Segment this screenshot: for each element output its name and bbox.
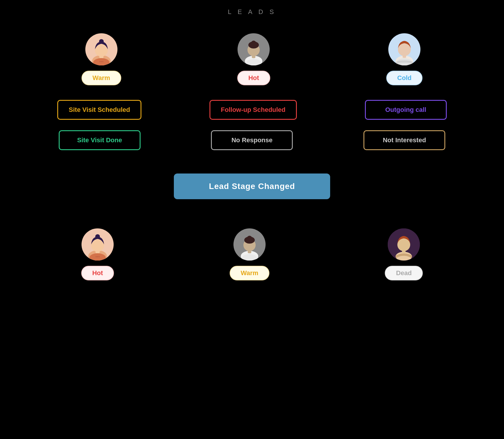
svg-point-7 — [102, 61, 103, 62]
svg-point-26 — [98, 256, 100, 257]
outgoing-call-box[interactable]: Outgoing call — [365, 100, 447, 120]
cold-avatar — [388, 33, 420, 65]
cold-label: Cold — [386, 71, 423, 85]
dead-avatar — [388, 228, 420, 261]
svg-point-25 — [97, 256, 98, 257]
dead-lead-group: Dead — [385, 228, 423, 280]
hot2-avatar — [82, 228, 114, 261]
not-interested-box[interactable]: Not Interested — [363, 130, 445, 150]
warm-label: Warm — [82, 71, 121, 85]
cold-lead-group: Cold — [386, 33, 423, 85]
warm2-lead-group: Warm — [230, 228, 269, 280]
page-title: L E A D S — [0, 0, 504, 16]
warm2-label: Warm — [230, 266, 269, 280]
warm-avatar — [85, 33, 117, 65]
follow-up-scheduled-box[interactable]: Follow-up Scheduled — [209, 100, 297, 120]
hot-lead-group: Hot — [237, 33, 270, 85]
svg-point-5 — [99, 61, 101, 62]
hot2-label: Hot — [81, 266, 114, 280]
warm-lead-group: Warm — [82, 33, 121, 85]
hot-avatar — [238, 33, 270, 65]
action-row-2: Site Visit Done No Response Not Interest… — [0, 120, 504, 150]
svg-point-22 — [95, 234, 100, 239]
svg-point-6 — [101, 61, 102, 62]
action-row-1: Site Visit Scheduled Follow-up Scheduled… — [0, 85, 504, 120]
lead-stage-changed-button[interactable]: Lead Stage Changed — [174, 173, 330, 199]
no-response-box[interactable]: No Response — [211, 130, 293, 150]
dead-label: Dead — [385, 266, 423, 280]
top-avatars-row: Warm Hot — [0, 16, 504, 85]
warm2-avatar — [233, 228, 266, 261]
site-visit-done-box[interactable]: Site Visit Done — [59, 130, 141, 150]
hot-label: Hot — [237, 71, 270, 85]
svg-point-12 — [251, 41, 256, 46]
bottom-avatars-row: Hot Warm — [0, 217, 504, 280]
hot2-lead-group: Hot — [81, 228, 114, 280]
svg-point-3 — [99, 39, 104, 44]
site-visit-scheduled-box[interactable]: Site Visit Scheduled — [57, 100, 141, 120]
svg-point-24 — [96, 256, 97, 257]
lead-stage-section: Lead Stage Changed — [0, 150, 504, 217]
svg-point-31 — [247, 236, 252, 241]
